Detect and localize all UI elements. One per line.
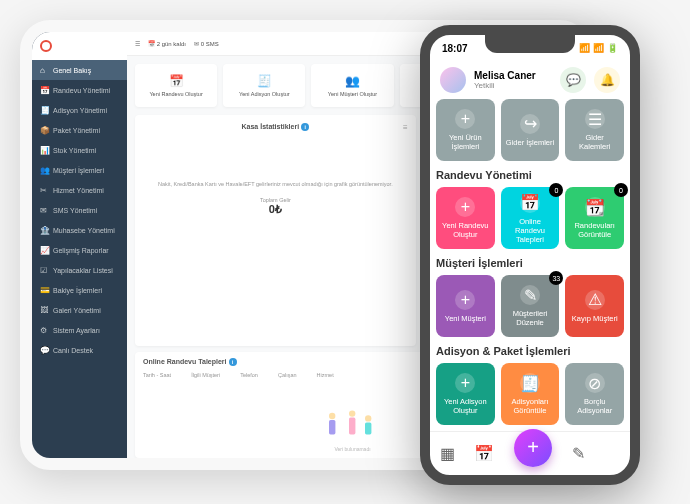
quick-action-card[interactable]: 👥Yeni Müşteri Oluştur — [311, 64, 393, 107]
menu-icon[interactable]: ☰ — [135, 40, 140, 47]
sidebar-label: Hizmet Yönetimi — [53, 187, 104, 194]
tile-icon: 📆 — [585, 197, 605, 217]
table-col: Çalışan — [278, 372, 297, 378]
tile-label: Yeni Müşteri — [445, 314, 486, 323]
quick-icon: 🧾 — [227, 74, 301, 88]
tile-row: +Yeni Randevu Oluştur📅Online Randevu Tal… — [436, 187, 624, 249]
sidebar-label: SMS Yönetimi — [53, 207, 97, 214]
tile-icon: + — [455, 290, 475, 310]
tile-label: Yeni Adisyon Oluştur — [440, 397, 491, 415]
cash-stats-panel: Kasa İstatistiklerii Nakit, Kredi/Banka … — [135, 115, 416, 346]
svg-rect-0 — [329, 420, 335, 434]
nav-calendar-icon[interactable]: 📅 — [474, 444, 494, 463]
action-tile[interactable]: +Yeni Randevu Oluştur — [436, 187, 495, 249]
sidebar-item[interactable]: 💳Bakiye İşlemleri — [32, 280, 127, 300]
logo-text: salon randevu — [54, 43, 98, 50]
tile-icon: ⚠ — [585, 290, 605, 310]
tile-icon: ↪ — [520, 114, 540, 134]
sidebar-item[interactable]: ⌂Genel Bakış — [32, 60, 127, 80]
action-tile[interactable]: 📆Randevuları Görüntüle0 — [565, 187, 624, 249]
tile-label: Gider Kalemleri — [569, 133, 620, 151]
tile-label: Borçlu Adisyonlar — [569, 397, 620, 415]
info-icon[interactable]: i — [301, 123, 309, 131]
action-tile[interactable]: ⚠Kayıp Müşteri — [565, 275, 624, 337]
nav-grid-icon[interactable]: ▦ — [440, 444, 455, 463]
sidebar-item[interactable]: 💬Canlı Destek — [32, 340, 127, 360]
table-col: Hizmet — [317, 372, 334, 378]
panel-title: Kasa İstatistiklerii — [143, 123, 408, 131]
sidebar-item[interactable]: ✉SMS Yönetimi — [32, 200, 127, 220]
total-amount: 0₺ — [143, 203, 408, 216]
filter-icon[interactable]: ≡ — [403, 123, 408, 132]
action-tile[interactable]: ↪Gider İşlemleri — [501, 99, 560, 161]
sidebar-icon: 💬 — [40, 346, 48, 354]
action-tile[interactable]: +Yeni Ürün İşlemleri — [436, 99, 495, 161]
action-tile[interactable]: +Yeni Müşteri — [436, 275, 495, 337]
sidebar-label: Genel Bakış — [53, 67, 91, 74]
avatar[interactable] — [440, 67, 466, 93]
notification-button[interactable]: 🔔 — [594, 67, 620, 93]
sidebar-item[interactable]: 📈Gelişmiş Raporlar — [32, 240, 127, 260]
sidebar-item[interactable]: 📦Paket Yönetimi — [32, 120, 127, 140]
sidebar-label: Sistem Ayarları — [53, 327, 100, 334]
nav-edit-icon[interactable]: ✎ — [572, 444, 585, 463]
tile-icon: ✎ — [520, 285, 540, 305]
action-tile[interactable]: ⊘Borçlu Adisyonlar — [565, 363, 624, 425]
sidebar-icon: ✂ — [40, 186, 48, 194]
tile-icon: 🧾 — [520, 373, 540, 393]
sidebar-icon: 💳 — [40, 286, 48, 294]
sidebar-label: Bakiye İşlemleri — [53, 287, 102, 294]
quick-icon: 👥 — [315, 74, 389, 88]
sidebar-item[interactable]: 📅Randevu Yönetimi — [32, 80, 127, 100]
sidebar-item[interactable]: 🏦Muhasebe Yönetimi — [32, 220, 127, 240]
table-col: İlgili Müşteri — [191, 372, 220, 378]
tile-label: Online Randevu Talepleri — [505, 217, 556, 244]
tile-icon: + — [455, 109, 475, 129]
section-title: Adisyon & Paket İşlemleri — [436, 345, 624, 357]
tile-row: +Yeni Adisyon Oluştur🧾Adisyonları Görünt… — [436, 363, 624, 425]
tile-badge: 33 — [549, 271, 563, 285]
svg-rect-2 — [349, 418, 355, 435]
sidebar-item[interactable]: 📊Stok Yönetimi — [32, 140, 127, 160]
sidebar-label: Canlı Destek — [53, 347, 93, 354]
tile-label: Kayıp Müşteri — [572, 314, 618, 323]
quick-label: Yeni Randevu Oluştur — [149, 91, 202, 97]
sidebar-label: Müşteri İşlemleri — [53, 167, 104, 174]
quick-action-card[interactable]: 📅Yeni Randevu Oluştur — [135, 64, 217, 107]
action-tile[interactable]: +Yeni Adisyon Oluştur — [436, 363, 495, 425]
action-tile[interactable]: 🧾Adisyonları Görüntüle — [501, 363, 560, 425]
sidebar-item[interactable]: ✂Hizmet Yönetimi — [32, 180, 127, 200]
svg-rect-4 — [365, 422, 371, 434]
sidebar-item[interactable]: ⚙Sistem Ayarları — [32, 320, 127, 340]
section-title: Randevu Yönetimi — [436, 169, 624, 181]
quick-action-card[interactable]: 🧾Yeni Adisyon Oluştur — [223, 64, 305, 107]
tile-row: +Yeni Müşteri✎Müşterileri Düzenle33⚠Kayı… — [436, 275, 624, 337]
tile-label: Adisyonları Görüntüle — [505, 397, 556, 415]
tile-label: Müşterileri Düzenle — [505, 309, 556, 327]
sidebar-icon: 📊 — [40, 146, 48, 154]
logo: salon randevu — [32, 32, 127, 60]
sidebar-label: Stok Yönetimi — [53, 147, 96, 154]
action-tile[interactable]: 📅Online Randevu Talepleri0 — [501, 187, 560, 249]
quick-label: Yeni Müşteri Oluştur — [328, 91, 377, 97]
sidebar-icon: ☑ — [40, 266, 48, 274]
phone-device: 18:07 📶📶🔋 Melisa Caner Yetkili 💬 🔔 +Yeni… — [420, 25, 640, 485]
info-icon[interactable]: i — [229, 358, 237, 366]
fab-add-button[interactable]: + — [514, 429, 552, 467]
bottom-nav: ▦ 📅 + ✎ ⋯ — [430, 431, 630, 475]
sidebar-item[interactable]: 🖼Galeri Yönetimi — [32, 300, 127, 320]
tile-icon: 📅 — [520, 193, 540, 213]
user-role: Yetkili — [474, 81, 552, 90]
user-info: Melisa Caner Yetkili — [474, 70, 552, 90]
action-tile[interactable]: ☰Gider Kalemleri — [565, 99, 624, 161]
quick-icon: 📅 — [139, 74, 213, 88]
sidebar-label: Yapılacaklar Listesi — [53, 267, 113, 274]
svg-point-3 — [349, 410, 355, 416]
sidebar-item[interactable]: 👥Müşteri İşlemleri — [32, 160, 127, 180]
sidebar-label: Adisyon Yönetimi — [53, 107, 107, 114]
sidebar-item[interactable]: 🧾Adisyon Yönetimi — [32, 100, 127, 120]
sidebar-icon: 📅 — [40, 86, 48, 94]
sidebar-item[interactable]: ☑Yapılacaklar Listesi — [32, 260, 127, 280]
message-button[interactable]: 💬 — [560, 67, 586, 93]
action-tile[interactable]: ✎Müşterileri Düzenle33 — [501, 275, 560, 337]
